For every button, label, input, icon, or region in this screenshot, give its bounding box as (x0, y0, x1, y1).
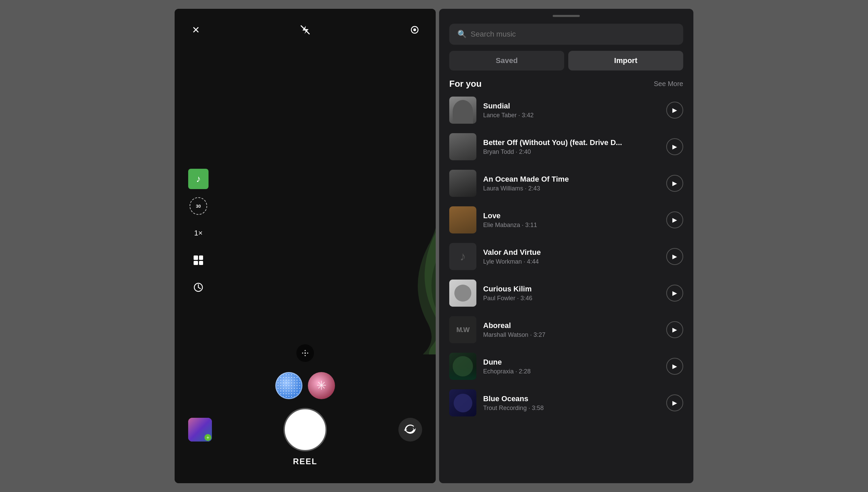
track-meta-sundial: Lance Taber · 3:42 (483, 112, 659, 119)
for-you-title: For you (449, 79, 481, 89)
track-dune[interactable]: Dune Echopraxia · 2:28 ▶ (439, 348, 693, 385)
camera-bottom: REEL (175, 337, 436, 483)
flip-camera-button[interactable] (398, 418, 422, 442)
album-art-better-off (449, 133, 476, 160)
play-button-ocean[interactable]: ▶ (666, 175, 683, 192)
timer-circle: 30 (190, 197, 207, 215)
track-title-curious: Curious Kilim (483, 285, 659, 293)
svg-point-2 (413, 28, 416, 31)
track-meta-blue-oceans: Trout Recording · 3:58 (483, 405, 659, 412)
section-header: For you See More (439, 70, 693, 92)
track-meta-curious: Paul Fowler · 3:46 (483, 295, 659, 302)
play-button-aboreal[interactable]: ▶ (666, 321, 683, 338)
search-bar[interactable]: 🔍 (449, 24, 683, 45)
settings-icon[interactable] (407, 22, 422, 37)
track-sundial[interactable]: Sundial Lance Taber · 3:42 ▶ (439, 92, 693, 128)
camera-top-bar: ✕ (175, 9, 436, 44)
track-meta-love: Elie Mabanza · 3:11 (483, 222, 659, 229)
track-info-blue-oceans: Blue Oceans Trout Recording · 3:58 (483, 394, 659, 412)
track-info-dune: Dune Echopraxia · 2:28 (483, 358, 659, 375)
album-art-curious (449, 280, 476, 307)
play-button-valor[interactable]: ▶ (666, 248, 683, 265)
story-bubble-pink[interactable] (308, 372, 335, 399)
drag-indicator (553, 15, 580, 17)
grid-icon (194, 255, 203, 265)
track-title-ocean: An Ocean Made Of Time (483, 175, 659, 184)
album-art-dune (449, 353, 476, 380)
story-bubbles (275, 372, 335, 399)
track-love[interactable]: Love Elie Mabanza · 3:11 ▶ (439, 202, 693, 238)
clock-button[interactable] (188, 277, 209, 298)
flash-off-icon[interactable] (298, 22, 313, 37)
track-title-better-off: Better Off (Without You) (feat. Drive D.… (483, 138, 659, 147)
music-panel: 🔍 Saved Import For you See More Sundial (439, 9, 693, 483)
track-meta-dune: Echopraxia · 2:28 (483, 368, 659, 375)
track-title-dune: Dune (483, 358, 659, 367)
story-bubble-blue[interactable] (275, 372, 302, 399)
track-title-sundial: Sundial (483, 102, 659, 110)
reel-label: REEL (293, 457, 317, 466)
track-aboreal[interactable]: M.W Aboreal Marshall Watson · 3:27 ▶ (439, 311, 693, 348)
tab-import[interactable]: Import (568, 51, 683, 70)
track-valor[interactable]: Valor And Virtue Lyle Workman · 4:44 ▶ (439, 238, 693, 275)
track-info-love: Love Elie Mabanza · 3:11 (483, 211, 659, 229)
album-art-ocean (449, 170, 476, 197)
camera-left-tools: ♪ 30 1× (188, 169, 209, 298)
track-info-ocean: An Ocean Made Of Time Laura Williams · 2… (483, 175, 659, 192)
camera-controls-row (188, 409, 422, 450)
track-ocean[interactable]: An Ocean Made Of Time Laura Williams · 2… (439, 165, 693, 202)
music-tool-button[interactable]: ♪ (188, 169, 209, 189)
music-note-icon: ♪ (196, 173, 201, 184)
play-button-blue-oceans[interactable]: ▶ (666, 394, 683, 411)
track-info-better-off: Better Off (Without You) (feat. Drive D.… (483, 138, 659, 156)
album-art-aboreal: M.W (449, 316, 476, 343)
grid-button[interactable] (188, 250, 209, 270)
timer-value: 30 (196, 204, 201, 209)
gallery-thumbnail[interactable] (188, 418, 212, 442)
music-list: Sundial Lance Taber · 3:42 ▶ Better Off … (439, 92, 693, 483)
track-title-valor: Valor And Virtue (483, 248, 659, 257)
play-button-sundial[interactable]: ▶ (666, 102, 683, 119)
play-button-curious[interactable]: ▶ (666, 285, 683, 302)
search-icon: 🔍 (457, 30, 467, 39)
play-button-love[interactable]: ▶ (666, 211, 683, 228)
svg-line-5 (198, 287, 200, 289)
track-meta-better-off: Bryan Todd · 2:40 (483, 148, 659, 156)
svg-point-6 (304, 352, 306, 354)
track-title-aboreal: Aboreal (483, 321, 659, 330)
album-art-blue-oceans (449, 389, 476, 416)
shutter-button[interactable] (285, 409, 326, 450)
timer-button[interactable]: 30 (188, 196, 209, 216)
track-curious[interactable]: Curious Kilim Paul Fowler · 3:46 ▶ (439, 275, 693, 311)
track-meta-aboreal: Marshall Watson · 3:27 (483, 331, 659, 339)
track-info-valor: Valor And Virtue Lyle Workman · 4:44 (483, 248, 659, 265)
track-meta-valor: Lyle Workman · 4:44 (483, 258, 659, 265)
track-info-aboreal: Aboreal Marshall Watson · 3:27 (483, 321, 659, 339)
album-art-valor (449, 243, 476, 270)
album-art-sundial (449, 97, 476, 124)
camera-panel: ✕ ♪ 30 (175, 9, 436, 483)
track-info-sundial: Sundial Lance Taber · 3:42 (483, 102, 659, 119)
close-button[interactable]: ✕ (188, 22, 203, 37)
play-button-better-off[interactable]: ▶ (666, 138, 683, 155)
tab-saved[interactable]: Saved (449, 51, 564, 70)
album-art-love (449, 206, 476, 233)
see-more-button[interactable]: See More (654, 80, 683, 88)
track-info-curious: Curious Kilim Paul Fowler · 3:46 (483, 285, 659, 302)
speed-label: 1× (194, 229, 202, 238)
speed-button[interactable]: 1× (188, 223, 209, 243)
tab-row: Saved Import (449, 51, 683, 70)
track-meta-ocean: Laura Williams · 2:43 (483, 185, 659, 192)
track-better-off[interactable]: Better Off (Without You) (feat. Drive D.… (439, 128, 693, 165)
track-blue-oceans[interactable]: Blue Oceans Trout Recording · 3:58 ▶ (439, 385, 693, 421)
track-title-love: Love (483, 211, 659, 220)
track-title-blue-oceans: Blue Oceans (483, 394, 659, 403)
move-icon-button[interactable] (296, 344, 314, 362)
search-input[interactable] (471, 30, 675, 39)
play-button-dune[interactable]: ▶ (666, 358, 683, 375)
